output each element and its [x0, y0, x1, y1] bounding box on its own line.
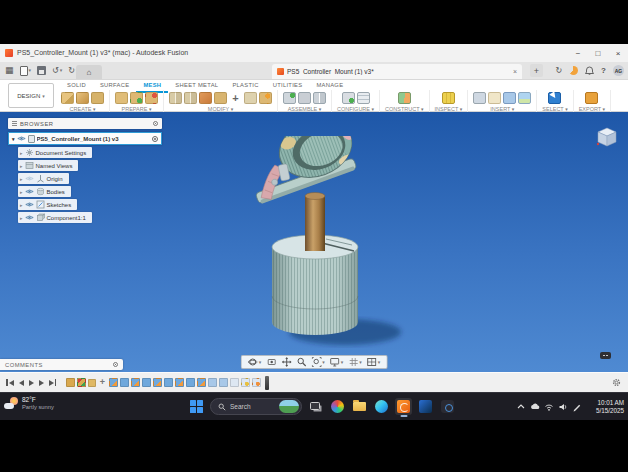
start-button[interactable]: [188, 398, 205, 415]
browser-item-document-settings[interactable]: ▸Document Settings: [18, 147, 92, 158]
eye-icon[interactable]: [25, 214, 34, 222]
help-icon[interactable]: ?: [601, 66, 606, 75]
expand-caret-icon[interactable]: ▸: [20, 163, 23, 169]
insert-mcmaster-icon[interactable]: [488, 92, 501, 104]
move-icon[interactable]: [229, 92, 242, 104]
eye-icon[interactable]: [25, 188, 34, 196]
select-icon[interactable]: [548, 92, 561, 104]
timeline-feature-edit-blue[interactable]: [131, 378, 140, 387]
insert-svg-icon[interactable]: [503, 92, 516, 104]
timeline-feature-edit-blue[interactable]: [175, 378, 184, 387]
file-menu-button[interactable]: ▾: [20, 66, 32, 76]
joint-icon[interactable]: [298, 92, 311, 104]
timeline-feature-mesh-small[interactable]: [88, 379, 96, 387]
step-forward-button[interactable]: [39, 380, 44, 386]
skip-to-start-button[interactable]: [6, 379, 14, 386]
grid-snaps-tool[interactable]: ▾: [348, 357, 362, 367]
browser-item-origin[interactable]: ▸Origin: [18, 173, 69, 184]
browser-root-item[interactable]: ▾ PS5_Controller_Mount (1) v3: [8, 132, 162, 145]
close-button[interactable]: ×: [608, 44, 628, 62]
save-button[interactable]: [37, 66, 46, 75]
configuration-icon[interactable]: [342, 92, 355, 104]
orbit-tool[interactable]: ▾: [248, 357, 262, 367]
shell-icon[interactable]: [259, 92, 272, 104]
play-button[interactable]: [29, 380, 34, 386]
form-icon[interactable]: [76, 92, 89, 104]
step-back-button[interactable]: [19, 380, 24, 386]
generate-faces-icon[interactable]: [115, 92, 128, 104]
timeline-feature-pale[interactable]: [208, 378, 217, 387]
canvas-icon[interactable]: [518, 92, 531, 104]
cloud-icon[interactable]: [530, 402, 540, 412]
reduce-icon[interactable]: [145, 92, 158, 104]
timeline-feature-page-yellow[interactable]: [241, 378, 250, 387]
expand-caret-icon[interactable]: ▸: [20, 176, 23, 182]
maximize-button[interactable]: □: [588, 44, 608, 62]
wifi-icon[interactable]: [544, 402, 554, 412]
timeline-feature-edit-blue[interactable]: [197, 378, 206, 387]
timeline-feature-blue[interactable]: [186, 378, 195, 387]
new-tab-button[interactable]: +: [530, 64, 543, 77]
timeline-feature-mesh-multi[interactable]: [77, 378, 86, 387]
browser-item-sketches[interactable]: ▸Sketches: [18, 199, 77, 210]
expand-caret-icon[interactable]: ▸: [20, 215, 23, 221]
viewports-tool[interactable]: ▾: [367, 357, 381, 367]
pen-icon[interactable]: [572, 402, 582, 412]
eye-icon[interactable]: [25, 175, 34, 183]
timeline-feature-pale[interactable]: [219, 378, 228, 387]
fusion-icon[interactable]: [395, 398, 412, 415]
timeline-feature-blue[interactable]: [120, 378, 129, 387]
zoom-tool[interactable]: [296, 357, 306, 367]
config-table-icon[interactable]: [357, 92, 370, 104]
measure-icon[interactable]: [442, 92, 455, 104]
autodesk-access-icon[interactable]: [417, 398, 434, 415]
avatar[interactable]: AG: [613, 65, 624, 76]
taskbar-clock[interactable]: 10:01 AM 5/15/2025: [596, 398, 624, 415]
timeline-feature-edit-blue[interactable]: [153, 378, 162, 387]
new-component-icon[interactable]: [283, 92, 296, 104]
emboss-icon[interactable]: [91, 92, 104, 104]
browser-options-icon[interactable]: [153, 121, 158, 126]
look-at-tool[interactable]: [266, 357, 276, 367]
weather-widget[interactable]: 82°F Partly sunny: [4, 396, 54, 411]
fit-tool[interactable]: ▾: [311, 357, 325, 367]
workspace-selector[interactable]: DESIGN ▾: [8, 83, 54, 108]
insert-derive-icon[interactable]: [473, 92, 486, 104]
comment-badge[interactable]: [600, 352, 611, 359]
comments-options-icon[interactable]: [113, 362, 118, 367]
timeline-feature-mesh-tan[interactable]: [66, 378, 75, 387]
browser-header[interactable]: BROWSER: [8, 118, 162, 129]
eye-icon[interactable]: [25, 201, 34, 209]
timeline-feature-page-orange[interactable]: [252, 378, 261, 387]
timeline-settings-gear-icon[interactable]: [612, 378, 621, 387]
minimize-button[interactable]: −: [568, 44, 588, 62]
sync-icon[interactable]: ↻: [555, 66, 562, 75]
notifications-bell-icon[interactable]: [585, 62, 594, 80]
rigid-group-icon[interactable]: [313, 92, 326, 104]
timeline-feature-blue[interactable]: [164, 378, 173, 387]
expand-caret-icon[interactable]: ▸: [20, 202, 23, 208]
task-view-icon[interactable]: [307, 398, 324, 415]
activate-radio-icon[interactable]: [152, 136, 158, 142]
browser-item-bodies[interactable]: ▸Bodies: [18, 186, 71, 197]
remesh-icon[interactable]: [169, 92, 182, 104]
app-dark-icon[interactable]: [439, 398, 456, 415]
export-icon[interactable]: [585, 92, 598, 104]
home-tab[interactable]: ⌂: [76, 65, 102, 79]
plane-cut-icon[interactable]: [244, 92, 257, 104]
timeline-feature-marker[interactable]: [265, 376, 269, 390]
job-status-icon[interactable]: [569, 66, 578, 75]
view-cube[interactable]: [594, 124, 620, 154]
smooth-icon[interactable]: [184, 92, 197, 104]
timeline-feature-edit-blue[interactable]: [109, 378, 118, 387]
file-explorer-icon[interactable]: [351, 398, 368, 415]
tab-close-icon[interactable]: ×: [513, 68, 517, 75]
timeline-feature-blue[interactable]: [142, 378, 151, 387]
insert-mesh-icon[interactable]: [61, 92, 74, 104]
timeline-feature-move[interactable]: [98, 378, 107, 387]
data-panel-icon[interactable]: ▦: [5, 66, 14, 75]
expand-caret-icon[interactable]: ▸: [20, 150, 23, 156]
plane-icon[interactable]: [398, 92, 411, 104]
undo-button[interactable]: ↺▾: [52, 67, 62, 75]
browser-item-named-views[interactable]: ▸Named Views: [18, 160, 78, 171]
